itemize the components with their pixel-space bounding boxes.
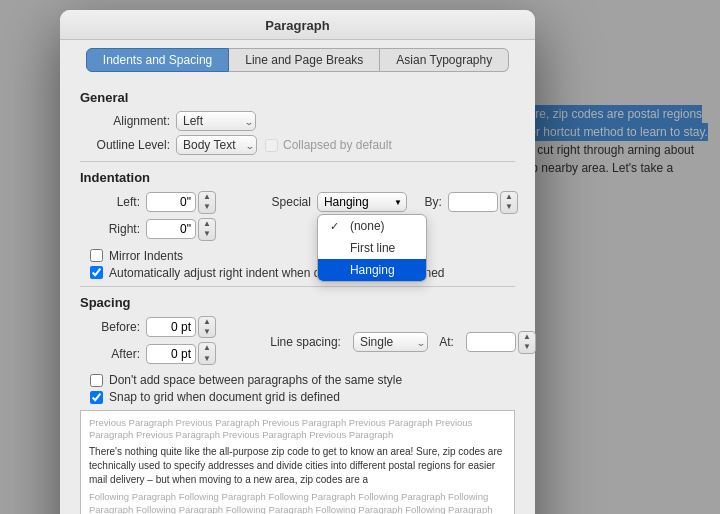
special-section: Special Hanging ▼ ✓ (none) [256,191,518,245]
before-arrows[interactable]: ▲ ▼ [198,316,216,339]
option-none-label: (none) [350,219,385,233]
by-down[interactable]: ▼ [501,202,517,212]
at-field[interactable] [466,332,516,352]
option-first-line-label: First line [350,241,395,255]
dont-add-label: Don't add space between paragraphs of th… [109,373,402,387]
spacing-rows: Before: ▲ ▼ After: ▲ [90,316,515,370]
preview-box: Previous Paragraph Previous Paragraph Pr… [80,410,515,514]
by-field[interactable] [448,192,498,212]
indentation-header: Indentation [80,170,515,185]
dialog-title: Paragraph [265,18,329,33]
alignment-select[interactable]: Left Center Right Justified [176,111,256,131]
tab-asian-typography[interactable]: Asian Typography [380,48,509,72]
special-dropdown-menu: ✓ (none) First line Hanging [317,214,427,282]
special-option-none[interactable]: ✓ (none) [318,215,426,237]
collapsed-checkbox[interactable] [265,139,278,152]
mirror-label: Mirror Indents [109,249,183,263]
indent-left-row: Left: ▲ ▼ [90,191,216,214]
after-up[interactable]: ▲ [199,343,215,353]
after-field[interactable] [146,344,196,364]
after-spin: ▲ ▼ [146,342,216,365]
indent-left-label: Left: [90,195,140,209]
by-arrows[interactable]: ▲ ▼ [500,191,518,214]
special-row: Special Hanging ▼ ✓ (none) [256,191,518,214]
indent-left-down[interactable]: ▼ [199,202,215,212]
before-spin: ▲ ▼ [146,316,216,339]
at-spin: ▲ ▼ [466,331,536,354]
mirror-checkbox[interactable] [90,249,103,262]
outline-select-wrapper[interactable]: Body Text Level 1 [176,135,257,155]
general-header: General [80,90,515,105]
indent-right-label: Right: [90,222,140,236]
at-label: At: [434,335,454,349]
line-spacing-label: Line spacing: [256,335,341,349]
option-hanging-label: Hanging [350,263,395,277]
paragraph-dialog: Paragraph Indents and Spacing Line and P… [60,10,535,514]
indent-left-spin: ▲ ▼ [146,191,216,214]
after-down[interactable]: ▼ [199,354,215,364]
before-label: Before: [90,320,140,334]
indent-left-field[interactable] [146,192,196,212]
indentation-rows: Left: ▲ ▼ Right: ▲ [90,191,515,245]
collapsed-label: Collapsed by default [283,138,392,152]
by-spin: ▲ ▼ [448,191,518,214]
before-row: Before: ▲ ▼ [90,316,216,339]
dont-add-row: Don't add space between paragraphs of th… [90,373,515,387]
by-up[interactable]: ▲ [501,192,517,202]
preview-following: Following Paragraph Following Paragraph … [89,490,506,514]
dialog-titlebar: Paragraph [60,10,535,40]
auto-adjust-row: Automatically adjust right indent when d… [90,266,515,280]
divider-2 [80,286,515,287]
tabs-bar: Indents and Spacing Line and Page Breaks… [60,40,535,72]
indent-left-col: Left: ▲ ▼ Right: ▲ [90,191,216,245]
before-field[interactable] [146,317,196,337]
special-chevron-icon: ▼ [394,198,402,207]
snap-grid-label: Snap to grid when document grid is defin… [109,390,340,404]
special-select-value: Hanging [324,195,369,209]
indent-right-spin: ▲ ▼ [146,218,216,241]
after-label: After: [90,347,140,361]
outline-level-select[interactable]: Body Text Level 1 [176,135,257,155]
auto-adjust-checkbox[interactable] [90,266,103,279]
line-spacing-col: Line spacing: Single 1.5 lines Double At… [256,316,536,370]
special-select[interactable]: Hanging ▼ [317,192,407,212]
after-arrows[interactable]: ▲ ▼ [198,342,216,365]
special-dropdown-wrapper[interactable]: Hanging ▼ ✓ (none) First line [317,192,407,212]
before-up[interactable]: ▲ [199,317,215,327]
indent-right-arrows[interactable]: ▲ ▼ [198,218,216,241]
before-down[interactable]: ▼ [199,327,215,337]
line-spacing-select[interactable]: Single 1.5 lines Double [353,332,428,352]
after-row: After: ▲ ▼ [90,342,216,365]
snap-grid-checkbox[interactable] [90,391,103,404]
divider-1 [80,161,515,162]
tab-line-page-breaks[interactable]: Line and Page Breaks [229,48,380,72]
check-icon: ✓ [330,220,344,233]
preview-previous: Previous Paragraph Previous Paragraph Pr… [89,417,506,442]
snap-grid-row: Snap to grid when document grid is defin… [90,390,515,404]
indent-right-up[interactable]: ▲ [199,219,215,229]
outline-level-row: Outline Level: Body Text Level 1 Collaps… [80,135,515,155]
line-spacing-select-wrapper[interactable]: Single 1.5 lines Double [353,332,428,352]
alignment-row: Alignment: Left Center Right Justified [80,111,515,131]
tab-indents-spacing[interactable]: Indents and Spacing [86,48,229,72]
by-label: By: [417,195,442,209]
at-up[interactable]: ▲ [519,332,535,342]
indent-right-down[interactable]: ▼ [199,229,215,239]
indent-right-row: Right: ▲ ▼ [90,218,216,241]
special-option-first-line[interactable]: First line [318,237,426,259]
outline-level-label: Outline Level: [80,138,170,152]
at-arrows[interactable]: ▲ ▼ [518,331,536,354]
at-down[interactable]: ▼ [519,342,535,352]
preview-current: There's nothing quite like the all-purpo… [89,445,506,487]
alignment-label: Alignment: [80,114,170,128]
indent-left-arrows[interactable]: ▲ ▼ [198,191,216,214]
dont-add-checkbox[interactable] [90,374,103,387]
indent-right-field[interactable] [146,219,196,239]
special-option-hanging[interactable]: Hanging [318,259,426,281]
indent-left-up[interactable]: ▲ [199,192,215,202]
collapsed-area: Collapsed by default [265,138,392,152]
dialog-body: General Alignment: Left Center Right Jus… [60,72,535,514]
special-label: Special [256,195,311,209]
mirror-row: Mirror Indents [90,249,515,263]
alignment-select-wrapper[interactable]: Left Center Right Justified [176,111,256,131]
